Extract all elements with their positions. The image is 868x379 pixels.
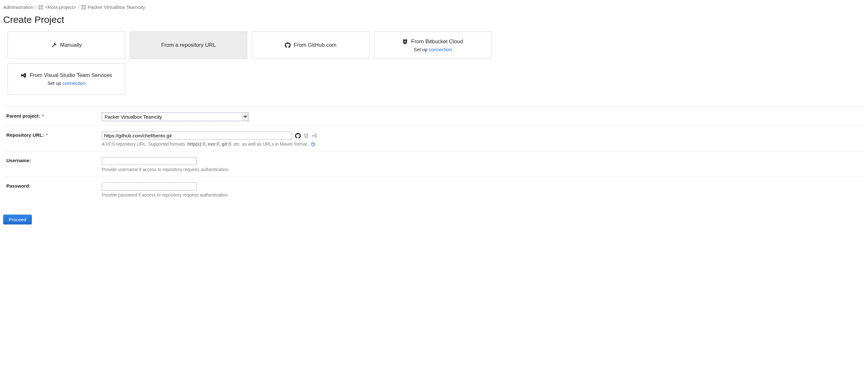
tab-from-vsts[interactable]: From Visual Studio Team Services Set up … bbox=[8, 63, 125, 94]
breadcrumb-administration[interactable]: Administration bbox=[3, 4, 33, 10]
tab-from-github[interactable]: From GitHub.com bbox=[252, 31, 369, 59]
required-marker: * bbox=[42, 113, 44, 119]
setup-connection-link[interactable]: connection bbox=[429, 47, 452, 52]
breadcrumb: Administration / <Root project> / Packer… bbox=[3, 3, 865, 12]
username-hint: Provide username if access to repository… bbox=[102, 167, 862, 172]
svg-rect-4 bbox=[82, 5, 83, 6]
password-label: Password: bbox=[6, 183, 31, 189]
help-icon[interactable] bbox=[311, 142, 315, 147]
svg-rect-1 bbox=[41, 5, 42, 6]
parent-project-label: Parent project: bbox=[6, 113, 40, 119]
tab-label: Manually bbox=[60, 42, 82, 48]
tab-sub: Set up connection bbox=[48, 81, 86, 86]
project-icon bbox=[82, 5, 86, 9]
combobox-toggle[interactable] bbox=[242, 113, 248, 121]
breadcrumb-current: Packer Virtualbox Teamcity bbox=[88, 4, 145, 10]
setup-prefix: Set up bbox=[48, 81, 63, 86]
tab-from-repository-url[interactable]: From a repository URL bbox=[130, 31, 247, 59]
breadcrumb-separator: / bbox=[35, 4, 37, 10]
setup-prefix: Set up bbox=[414, 47, 429, 52]
github-icon bbox=[285, 42, 290, 48]
password-hint: Provide password if access to repository… bbox=[102, 192, 862, 197]
parent-project-input[interactable] bbox=[102, 113, 242, 121]
setup-connection-link[interactable]: connection bbox=[62, 81, 86, 86]
page-title: Create Project bbox=[3, 12, 865, 31]
username-label: Username: bbox=[6, 158, 31, 163]
row-password: Password: Provide password if access to … bbox=[3, 177, 865, 202]
required-marker: * bbox=[46, 132, 48, 138]
svg-rect-5 bbox=[84, 5, 86, 6]
github-icon[interactable] bbox=[295, 133, 301, 138]
tab-label: From Visual Studio Team Services bbox=[30, 72, 112, 78]
breadcrumb-root-project[interactable]: <Root project> bbox=[45, 4, 76, 10]
row-repository-url: Repository URL: * bbox=[3, 126, 865, 151]
proceed-button[interactable]: Proceed bbox=[3, 215, 32, 224]
tab-manually[interactable]: Manually bbox=[8, 31, 125, 59]
repository-url-label: Repository URL: bbox=[6, 132, 44, 138]
parent-project-combobox[interactable] bbox=[102, 113, 249, 121]
breadcrumb-separator: / bbox=[78, 4, 80, 10]
bitbucket-icon bbox=[402, 39, 408, 44]
visual-studio-icon[interactable] bbox=[312, 133, 317, 138]
svg-rect-2 bbox=[39, 8, 40, 9]
tab-label: From Bitbucket Cloud bbox=[411, 38, 463, 45]
svg-rect-7 bbox=[84, 8, 86, 9]
repository-url-hint: A VCS repository URL. Supported formats:… bbox=[102, 141, 862, 147]
wrench-icon bbox=[51, 42, 57, 48]
svg-rect-3 bbox=[41, 8, 42, 9]
row-username: Username: Provide username if access to … bbox=[3, 151, 865, 177]
tab-from-bitbucket[interactable]: From Bitbucket Cloud Set up connection bbox=[374, 31, 492, 59]
bitbucket-icon[interactable] bbox=[303, 133, 309, 138]
svg-rect-6 bbox=[82, 8, 83, 9]
tab-label: From a repository URL bbox=[161, 42, 216, 48]
tab-sub: Set up connection bbox=[414, 47, 452, 52]
project-icon bbox=[38, 5, 43, 9]
repository-url-input[interactable] bbox=[102, 132, 292, 139]
row-parent-project: Parent project: * bbox=[3, 107, 865, 126]
tab-label: From GitHub.com bbox=[294, 42, 336, 48]
visual-studio-icon bbox=[21, 72, 26, 78]
password-input[interactable] bbox=[102, 183, 196, 190]
svg-rect-0 bbox=[39, 5, 40, 6]
username-input[interactable] bbox=[102, 157, 196, 165]
